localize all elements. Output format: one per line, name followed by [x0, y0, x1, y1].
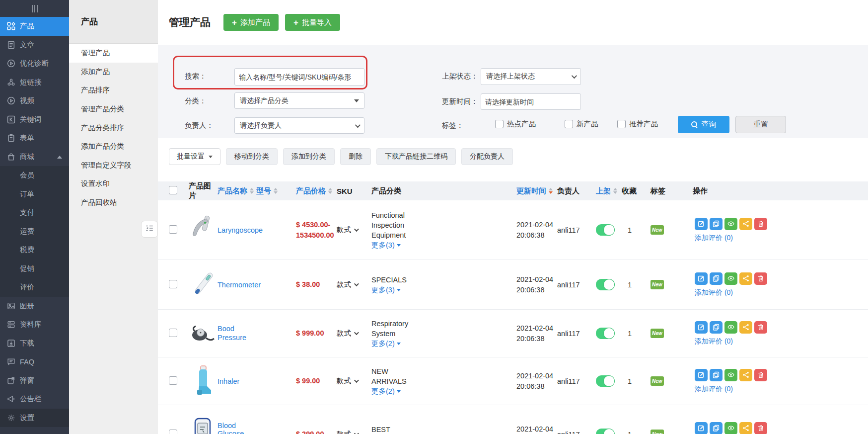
submenu-item-add-product[interactable]: 添加产品 — [69, 63, 158, 82]
delete-row-button[interactable] — [754, 321, 767, 334]
tag-checkbox-recommended[interactable]: 推荐产品 — [617, 119, 658, 129]
download-qr-button[interactable]: 下载产品链接二维码 — [376, 148, 456, 165]
add-to-category-button[interactable]: 添加到分类 — [283, 148, 335, 165]
status-toggle[interactable] — [596, 375, 615, 387]
row-checkbox[interactable] — [169, 329, 177, 337]
product-name-link[interactable]: Blood Glucose — [217, 422, 244, 434]
batch-settings-button[interactable]: 批量设置 — [169, 148, 220, 165]
update-time-input[interactable] — [481, 93, 581, 110]
sidebar-item-taxes[interactable]: 税费 — [0, 241, 69, 260]
submenu-item-category-sort[interactable]: 产品分类排序 — [69, 118, 158, 137]
submenu-item-recycle-bin[interactable]: 产品回收站 — [69, 193, 158, 212]
submenu-item-manage-categories[interactable]: 管理产品分类 — [69, 100, 158, 119]
column-header-updated[interactable]: 更新时间 — [516, 186, 557, 196]
sidebar-item-shipping[interactable]: 运费 — [0, 222, 69, 241]
search-input[interactable] — [234, 68, 364, 86]
share-button[interactable] — [739, 422, 752, 434]
more-categories-link[interactable]: 更多(2) — [371, 339, 401, 348]
copy-button[interactable] — [710, 272, 723, 285]
copy-button[interactable] — [710, 218, 723, 230]
reset-button[interactable]: 重置 — [735, 116, 786, 133]
sidebar-item-members[interactable]: 会员 — [0, 166, 69, 185]
preview-button[interactable] — [724, 369, 737, 381]
sidebar-item-mall[interactable]: 商城 — [0, 148, 69, 167]
category-select[interactable]: 请选择产品分类 — [234, 92, 364, 109]
sidebar-item-gallery[interactable]: 图册 — [0, 297, 69, 316]
status-toggle[interactable] — [596, 224, 615, 236]
edit-button[interactable] — [695, 321, 708, 334]
move-to-category-button[interactable]: 移动到分类 — [226, 148, 278, 165]
preview-button[interactable] — [724, 272, 737, 285]
share-button[interactable] — [739, 272, 752, 285]
status-toggle[interactable] — [596, 279, 615, 290]
bulk-import-button[interactable]: +批量导入 — [285, 14, 340, 31]
more-categories-link[interactable]: 更多(3) — [371, 285, 401, 295]
sidebar-item-forms[interactable]: 表单 — [0, 129, 69, 148]
sidebar-item-orders[interactable]: 订单 — [0, 185, 69, 204]
add-review-link[interactable]: 添加评价 (0) — [695, 337, 733, 346]
status-toggle[interactable] — [596, 328, 615, 339]
row-checkbox[interactable] — [169, 280, 177, 288]
product-name-link[interactable]: Bood — [217, 325, 234, 333]
sidebar-collapse-button[interactable] — [0, 0, 69, 17]
sidebar-item-popup[interactable]: 弹窗 — [0, 371, 69, 390]
sidebar-item-promotions[interactable]: 促销 — [0, 260, 69, 278]
edit-button[interactable] — [695, 218, 708, 230]
add-review-link[interactable]: 添加评价 (0) — [695, 385, 733, 394]
sku-style-dropdown[interactable]: 款式 — [337, 376, 371, 386]
add-review-link[interactable]: 添加评价 (0) — [695, 234, 733, 243]
submenu-item-product-sort[interactable]: 产品排序 — [69, 81, 158, 100]
sidebar-item-products[interactable]: 产品 — [0, 17, 69, 36]
sidebar-item-downloads[interactable]: 下载 — [0, 334, 69, 353]
column-header-price[interactable]: 产品价格 — [296, 186, 337, 196]
submenu-item-add-category[interactable]: 添加产品分类 — [69, 137, 158, 156]
share-button[interactable] — [739, 218, 752, 230]
product-image-glucose-meter[interactable] — [189, 417, 217, 434]
edit-button[interactable] — [695, 272, 708, 285]
sidebar-item-videos[interactable]: 视频 — [0, 91, 69, 110]
column-header-status[interactable]: 上架 — [596, 186, 622, 196]
status-toggle[interactable] — [596, 429, 615, 434]
query-button[interactable]: 查询 — [678, 116, 729, 133]
product-image-blood-pressure[interactable] — [189, 316, 217, 351]
sku-style-dropdown[interactable]: 款式 — [337, 329, 371, 338]
sku-style-dropdown[interactable]: 款式 — [337, 225, 371, 235]
submenu-item-custom-fields[interactable]: 管理自定义字段 — [69, 156, 158, 175]
row-checkbox[interactable] — [169, 376, 177, 385]
select-all-checkbox[interactable] — [169, 186, 177, 194]
tag-checkbox-hot[interactable]: 热点产品 — [495, 119, 536, 129]
delete-row-button[interactable] — [754, 272, 767, 285]
copy-button[interactable] — [710, 369, 723, 381]
delete-row-button[interactable] — [754, 218, 767, 230]
sidebar-item-faq[interactable]: FAQ — [0, 352, 69, 371]
edit-button[interactable] — [695, 369, 708, 381]
delete-row-button[interactable] — [754, 422, 767, 434]
owner-select[interactable]: 请选择负责人 — [234, 117, 364, 134]
product-name-link[interactable]: Inhaler — [217, 377, 239, 385]
edit-button[interactable] — [695, 422, 708, 434]
preview-button[interactable] — [724, 321, 737, 334]
sidebar-item-reviews[interactable]: 评价 — [0, 278, 69, 297]
column-header-model[interactable]: 型号 — [256, 186, 296, 196]
sidebar-item-library[interactable]: 资料库 — [0, 315, 69, 334]
sidebar-item-payments[interactable]: 支付 — [0, 203, 69, 222]
submenu-item-manage-products[interactable]: 管理产品 — [69, 44, 158, 63]
product-image-thermometer[interactable] — [189, 267, 217, 302]
more-categories-link[interactable]: 更多(2) — [371, 386, 401, 396]
sidebar-item-settings[interactable]: 设置 — [0, 409, 69, 428]
product-image-inhaler[interactable] — [189, 364, 217, 399]
sidebar-item-announcements[interactable]: 公告栏 — [0, 390, 69, 409]
product-name-link[interactable]: Pressure — [217, 334, 246, 342]
preview-button[interactable] — [724, 218, 737, 230]
delete-button[interactable]: 删除 — [340, 148, 371, 165]
assign-owner-button[interactable]: 分配负责人 — [461, 148, 513, 165]
product-name-link[interactable]: Laryngoscope — [217, 226, 263, 234]
more-categories-link[interactable]: 更多(3) — [371, 240, 401, 250]
product-name-link[interactable]: Thermometer — [217, 281, 261, 289]
product-image-laryngoscope[interactable] — [189, 213, 217, 248]
preview-button[interactable] — [724, 422, 737, 434]
row-checkbox[interactable] — [169, 430, 177, 434]
column-header-name[interactable]: 产品名称 — [217, 186, 256, 196]
sidebar-item-short-links[interactable]: 短链接 — [0, 73, 69, 92]
sku-style-dropdown[interactable]: 款式 — [337, 430, 371, 434]
